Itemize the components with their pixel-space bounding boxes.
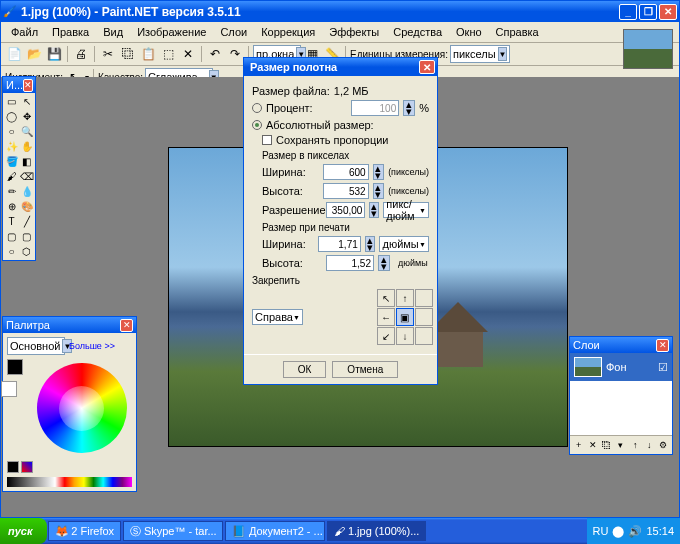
tool-text[interactable]: T <box>4 214 19 229</box>
tools-titlebar[interactable]: И... ✕ <box>3 77 35 93</box>
close-button[interactable]: ✕ <box>659 4 677 20</box>
anchor-se[interactable] <box>415 327 433 345</box>
move-down-icon[interactable]: ↓ <box>643 438 656 452</box>
color-wheel[interactable] <box>37 363 127 453</box>
height-spinner[interactable]: ▴▾ <box>373 183 384 199</box>
navigator-thumbnail[interactable] <box>623 29 673 69</box>
tray-clock[interactable]: 15:14 <box>646 525 674 537</box>
menu-window[interactable]: Окно <box>450 24 488 40</box>
tool-gradient[interactable]: ◧ <box>19 154 34 169</box>
taskbar-item-skype[interactable]: Ⓢ Skype™ - tar... <box>123 521 223 541</box>
system-tray[interactable]: RU ⬤ 🔊 15:14 <box>587 518 680 544</box>
tools-close-button[interactable]: ✕ <box>23 79 33 92</box>
print-height-input[interactable]: 1,52 <box>326 255 374 271</box>
menu-edit[interactable]: Правка <box>46 24 95 40</box>
print-width-input[interactable]: 1,71 <box>318 236 361 252</box>
layer-props-icon[interactable]: ⚙ <box>657 438 670 452</box>
merge-layer-icon[interactable]: ▾ <box>614 438 627 452</box>
tool-brush[interactable]: 🖌 <box>4 169 19 184</box>
resolution-spinner[interactable]: ▴▾ <box>369 202 379 218</box>
menu-view[interactable]: Вид <box>97 24 129 40</box>
tool-move-selection[interactable]: ✥ <box>19 109 34 124</box>
open-icon[interactable]: 📂 <box>25 45 43 63</box>
tray-icon[interactable]: ⬤ <box>612 525 624 538</box>
undo-icon[interactable]: ↶ <box>206 45 224 63</box>
redo-icon[interactable]: ↷ <box>226 45 244 63</box>
anchor-s[interactable]: ↓ <box>396 327 414 345</box>
tool-colorpicker[interactable]: 💧 <box>19 184 34 199</box>
foreground-color[interactable] <box>7 359 23 375</box>
palette-close-button[interactable]: ✕ <box>120 319 133 332</box>
tool-clone[interactable]: ⊕ <box>4 199 19 214</box>
menu-tools[interactable]: Средства <box>387 24 448 40</box>
anchor-ne[interactable] <box>415 289 433 307</box>
swap-colors[interactable] <box>7 461 19 473</box>
tool-magic-wand[interactable]: ✨ <box>4 139 19 154</box>
tool-zoom[interactable]: 🔍 <box>19 124 34 139</box>
print-width-unit-combo[interactable]: дюймы▼ <box>379 236 429 252</box>
anchor-center[interactable]: ▣ <box>396 308 414 326</box>
tool-rectangle[interactable]: ▢ <box>4 229 19 244</box>
resolution-input[interactable]: 350,00 <box>326 202 365 218</box>
anchor-w[interactable]: ← <box>377 308 395 326</box>
cut-icon[interactable]: ✂ <box>99 45 117 63</box>
tool-fill[interactable]: 🪣 <box>4 154 19 169</box>
tool-recolor[interactable]: 🎨 <box>19 199 34 214</box>
menu-help[interactable]: Справка <box>490 24 545 40</box>
palette-titlebar[interactable]: Палитра ✕ <box>3 317 136 333</box>
print-icon[interactable]: 🖨 <box>72 45 90 63</box>
tool-eraser[interactable]: ⌫ <box>19 169 34 184</box>
anchor-e[interactable] <box>415 308 433 326</box>
tool-ellipse-select[interactable]: ○ <box>4 124 19 139</box>
print-width-spinner[interactable]: ▴▾ <box>365 236 376 252</box>
crop-icon[interactable]: ⬚ <box>159 45 177 63</box>
tool-pencil[interactable]: ✏ <box>4 184 19 199</box>
absolute-radio[interactable] <box>252 120 262 130</box>
dialog-titlebar[interactable]: Размер полотна ✕ <box>244 58 437 76</box>
tray-icon[interactable]: 🔊 <box>628 525 642 538</box>
percent-input[interactable]: 100 <box>351 100 399 116</box>
menu-layers[interactable]: Слои <box>214 24 253 40</box>
tool-freeform[interactable]: ⬡ <box>19 244 34 259</box>
background-color[interactable] <box>1 381 17 397</box>
start-button[interactable]: пуск <box>0 518 47 544</box>
units-combo[interactable]: пикселы▼ <box>450 45 510 63</box>
anchor-nw[interactable]: ↖ <box>377 289 395 307</box>
color-mode-combo[interactable]: Основной▼ <box>7 337 65 355</box>
tool-move[interactable]: ↖ <box>19 94 34 109</box>
percent-spinner[interactable]: ▴▾ <box>403 100 415 116</box>
save-icon[interactable]: 💾 <box>45 45 63 63</box>
add-layer-icon[interactable]: + <box>572 438 585 452</box>
cancel-button[interactable]: Отмена <box>332 361 398 378</box>
menu-image[interactable]: Изображение <box>131 24 212 40</box>
layers-titlebar[interactable]: Слои ✕ <box>570 337 672 353</box>
copy-icon[interactable]: ⿻ <box>119 45 137 63</box>
layers-close-button[interactable]: ✕ <box>656 339 669 352</box>
new-icon[interactable]: 📄 <box>5 45 23 63</box>
maximize-button[interactable]: ❐ <box>639 4 657 20</box>
keep-proportions-checkbox[interactable] <box>262 135 272 145</box>
taskbar-item-word[interactable]: 📘 Документ2 - ... <box>225 521 325 541</box>
delete-layer-icon[interactable]: ✕ <box>586 438 599 452</box>
percent-radio[interactable] <box>252 103 262 113</box>
move-up-icon[interactable]: ↑ <box>629 438 642 452</box>
tool-ellipse[interactable]: ○ <box>4 244 19 259</box>
layer-visible-checkbox[interactable]: ☑ <box>658 361 668 374</box>
tool-lasso[interactable]: ◯ <box>4 109 19 124</box>
more-link[interactable]: Больше >> <box>69 341 115 351</box>
tool-pan[interactable]: ✋ <box>19 139 34 154</box>
width-spinner[interactable]: ▴▾ <box>373 164 384 180</box>
print-height-spinner[interactable]: ▴▾ <box>378 255 390 271</box>
tool-rounded-rect[interactable]: ▢ <box>19 229 34 244</box>
main-titlebar[interactable]: 🖌️ 1.jpg (100%) - Paint.NET версия 3.5.1… <box>1 1 679 22</box>
menu-adjustments[interactable]: Коррекция <box>255 24 321 40</box>
dialog-close-button[interactable]: ✕ <box>419 60 435 74</box>
taskbar-item-paintnet[interactable]: 🖌 1.jpg (100%)... <box>327 521 426 541</box>
color-swatches[interactable] <box>7 477 132 487</box>
anchor-combo[interactable]: Справа▼ <box>252 309 303 325</box>
menu-file[interactable]: Файл <box>5 24 44 40</box>
layer-item[interactable]: Фон ☑ <box>570 353 672 381</box>
resolution-unit-combo[interactable]: пикс/дюйм▼ <box>383 202 429 218</box>
tool-line[interactable]: ╱ <box>19 214 34 229</box>
width-input[interactable]: 600 <box>323 164 369 180</box>
